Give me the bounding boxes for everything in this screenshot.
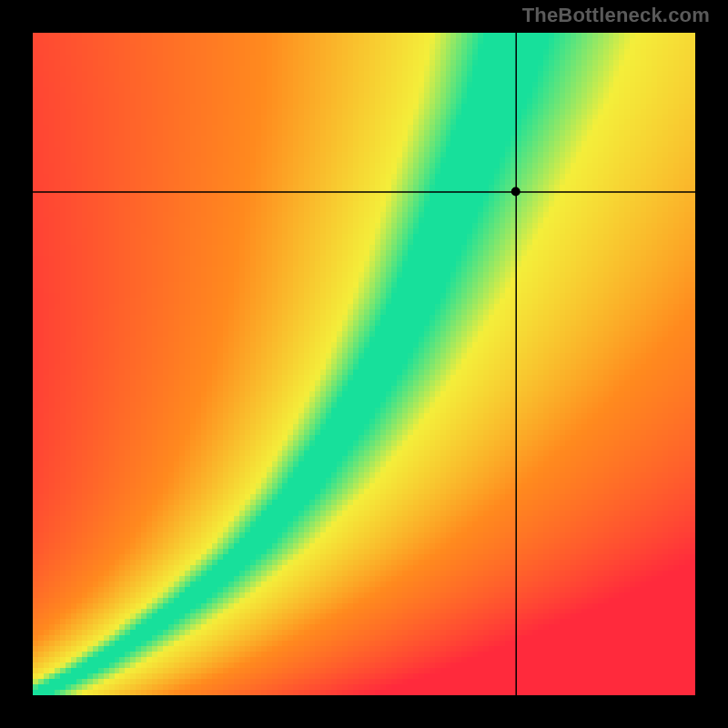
watermark-text: TheBottleneck.com [522, 4, 710, 27]
heatmap-canvas [33, 33, 695, 695]
chart-container: TheBottleneck.com [0, 0, 728, 728]
